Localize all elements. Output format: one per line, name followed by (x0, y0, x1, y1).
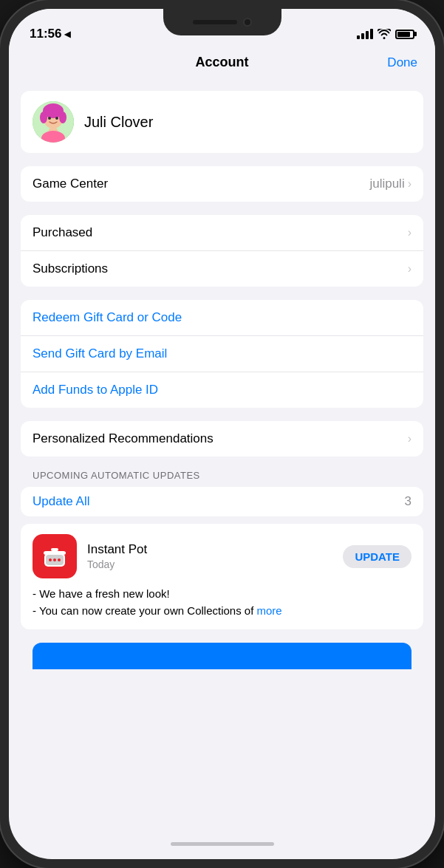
chevron-icon: › (408, 262, 411, 276)
update-all-row[interactable]: Update All 3 (21, 487, 423, 516)
scroll-body: Juli Clover Game Center julipuli › (9, 79, 435, 834)
chevron-icon: › (408, 177, 411, 191)
recommendations-row[interactable]: Personalized Recommendations › (21, 421, 423, 457)
game-center-value: julipuli › (369, 177, 411, 191)
svg-point-5 (48, 117, 51, 120)
app-name: Instant Pot (87, 542, 332, 557)
app-note-line1: - We have a fresh new look! (33, 587, 170, 600)
send-gift-card-row[interactable]: Send Gift Card by Email (21, 335, 423, 372)
purchased-card: Purchased › Subscriptions › (21, 215, 423, 287)
app-row-top: Instant Pot Today UPDATE (33, 534, 411, 578)
app-note-line2: - You can now create your own Collection… (33, 604, 257, 617)
updates-section-header: UPCOMING AUTOMATIC UPDATES (21, 470, 423, 487)
svg-rect-12 (44, 551, 66, 555)
partial-bottom-card (33, 643, 411, 669)
svg-point-15 (53, 558, 56, 561)
location-icon: ◀ (64, 30, 70, 39)
speaker (193, 20, 237, 24)
purchased-row[interactable]: Purchased › (21, 215, 423, 250)
status-icons (357, 29, 414, 39)
time-label: 11:56 (30, 27, 61, 41)
add-funds-link[interactable]: Add Funds to Apple ID (33, 383, 158, 397)
redeem-gift-card-row[interactable]: Redeem Gift Card or Code (21, 300, 423, 335)
svg-point-6 (55, 117, 58, 120)
done-button[interactable]: Done (387, 55, 417, 70)
svg-point-4 (59, 112, 66, 123)
home-bar (171, 842, 274, 846)
subscriptions-label: Subscriptions (33, 262, 108, 276)
notch (163, 9, 281, 35)
game-center-row[interactable]: Game Center julipuli › (21, 166, 423, 202)
recommendations-card[interactable]: Personalized Recommendations › (21, 421, 423, 457)
svg-rect-13 (51, 548, 58, 551)
avatar (33, 101, 74, 143)
update-button[interactable]: UPDATE (343, 545, 411, 568)
game-center-card[interactable]: Game Center julipuli › (21, 166, 423, 202)
chevron-icon: › (408, 226, 411, 239)
app-notes: - We have a fresh new look! - You can no… (33, 586, 411, 619)
app-icon (33, 534, 77, 578)
svg-point-16 (58, 558, 61, 561)
user-card[interactable]: Juli Clover (21, 91, 423, 153)
game-center-username: julipuli (369, 177, 404, 191)
app-info: Instant Pot Today (87, 542, 332, 570)
update-count: 3 (405, 494, 411, 509)
more-link[interactable]: more (257, 604, 282, 617)
instant-pot-update-card: Instant Pot Today UPDATE - We have a fre… (21, 524, 423, 629)
user-row[interactable]: Juli Clover (21, 91, 423, 153)
links-card: Redeem Gift Card or Code Send Gift Card … (21, 300, 423, 408)
update-all-label[interactable]: Update All (33, 494, 90, 509)
user-name: Juli Clover (84, 114, 153, 131)
redeem-link[interactable]: Redeem Gift Card or Code (33, 310, 182, 325)
recommendations-label: Personalized Recommendations (33, 431, 214, 446)
camera (243, 18, 252, 27)
battery-icon (395, 30, 414, 39)
game-center-label: Game Center (33, 177, 108, 191)
page-title: Account (196, 55, 249, 70)
wifi-icon (378, 29, 391, 39)
svg-point-14 (49, 558, 52, 561)
home-indicator (9, 834, 435, 859)
chevron-icon: › (408, 432, 411, 445)
subscriptions-row[interactable]: Subscriptions › (21, 250, 423, 287)
add-funds-row[interactable]: Add Funds to Apple ID (21, 372, 423, 408)
status-time: 11:56 ◀ (30, 27, 70, 41)
purchased-label: Purchased (33, 225, 92, 240)
signal-icon (357, 29, 373, 39)
send-gift-card-link[interactable]: Send Gift Card by Email (33, 346, 167, 361)
app-time: Today (87, 558, 332, 570)
svg-point-3 (40, 112, 47, 123)
nav-bar: Account Done (9, 49, 435, 79)
